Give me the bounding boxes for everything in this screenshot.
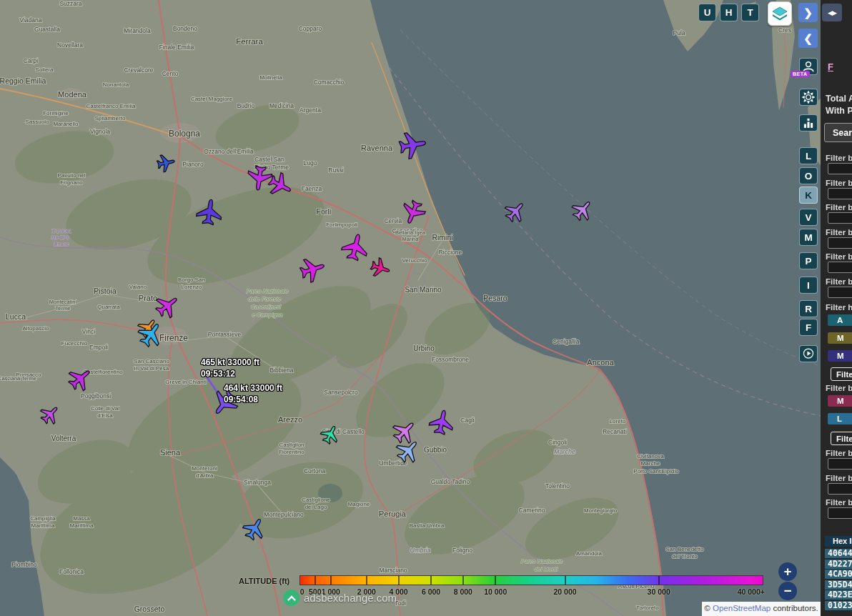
legend-divider [495, 576, 496, 585]
layers-button[interactable] [768, 1, 792, 26]
filter-input[interactable] [828, 188, 852, 199]
hex-id-row[interactable]: 01023D [825, 601, 852, 610]
pan-left-button[interactable]: ❮ [798, 29, 818, 48]
aircraft-icon[interactable] [369, 257, 392, 279]
map-button-i[interactable]: I [799, 277, 818, 294]
map-button-p[interactable]: P [799, 252, 818, 269]
map-button-l[interactable]: L [799, 147, 818, 164]
adsbexchange-link[interactable]: adsbexchange.com [304, 592, 397, 604]
map-place-label: Borgo San [178, 277, 205, 283]
replay-button[interactable] [799, 345, 818, 362]
aircraft-icon[interactable] [340, 232, 371, 262]
with-positions-label: With P [826, 106, 852, 116]
map-button-u[interactable]: U [698, 4, 716, 21]
adsb-attribution[interactable]: adsbexchange.com [283, 590, 397, 606]
map-place-label: Greve in Chianti [165, 379, 207, 385]
map-place-label: Guastalla [34, 26, 60, 33]
hex-id-row[interactable]: 406442 [825, 549, 852, 558]
legend-divider [658, 576, 660, 585]
map-place-label: Cres [778, 26, 791, 34]
map-place-label: Ozzano dell'Emilia [204, 148, 254, 155]
map-svg: BolognaFerraraModenaReggio EmiliaRavenna… [0, 0, 821, 616]
aircraft-icon[interactable] [64, 363, 96, 394]
filter-action-button[interactable]: Filter [831, 367, 852, 381]
map-place-label: Monteroni [192, 465, 217, 472]
map-place-label: Pianoro [182, 161, 204, 168]
filter-label: Filter b [826, 252, 852, 261]
filter-label: Filter b [826, 498, 852, 507]
legend-divider [366, 576, 367, 585]
sidebar-expand-button[interactable]: ◀▶ [822, 4, 842, 21]
map-place-label: Civitanova [637, 453, 664, 459]
map-place-label: Argenta [299, 106, 321, 114]
sidebar-top-link[interactable]: F [828, 61, 833, 72]
beta-badge: BETA [791, 71, 810, 77]
filter-toggle-button[interactable]: A [828, 314, 852, 326]
filter-toggle-button[interactable]: M [828, 332, 852, 344]
map-place-label: Lugo [304, 159, 317, 167]
hex-id-row[interactable]: 4D23E3 [825, 590, 852, 600]
map-place-label: Piombino [11, 561, 37, 568]
map-place-label: Quarrata [97, 304, 120, 310]
map-button-o[interactable]: O [799, 167, 818, 184]
aircraft-icon[interactable] [156, 153, 176, 173]
openstreetmap-link[interactable]: OpenStreetMap [713, 604, 771, 612]
map-place-label: Montepulciano [264, 511, 304, 518]
map-place-label: Tortoreto [636, 605, 659, 611]
map-place-label: Sinalunga [244, 479, 271, 486]
map-canvas[interactable]: BolognaFerraraModenaReggio EmiliaRavenna… [0, 0, 821, 616]
map-button-m[interactable]: M [799, 229, 818, 246]
map-button-f[interactable]: F [799, 319, 818, 336]
filter-label: Filter b [826, 228, 852, 237]
stats-button[interactable] [799, 114, 818, 131]
map-place-label: Parco Nazionale [247, 288, 289, 294]
filter-toggle-button[interactable]: M [828, 350, 852, 362]
map-place-label: San Marino [405, 286, 442, 294]
filter-input[interactable] [828, 483, 852, 495]
map-place-label: e Campigna [252, 312, 283, 318]
altitude-legend-bar: 05001 0002 0004 0006 0008 00010 00020 00… [299, 575, 763, 585]
map-place-label: Finale Emilia [159, 44, 194, 51]
map-place-label: Bellaria-Igea [395, 229, 426, 236]
settings-button[interactable] [799, 89, 818, 106]
map-place-label: Prato [139, 294, 157, 302]
bar-chart-icon [801, 116, 816, 130]
aircraft-icon[interactable] [398, 198, 427, 227]
map-place-label: Modena [58, 90, 87, 99]
map-button-v[interactable]: V [799, 209, 818, 226]
zoom-out-button[interactable]: − [778, 582, 797, 600]
map-place-label: Fossombrone [432, 356, 469, 363]
filter-input[interactable] [828, 507, 852, 519]
filter-input[interactable] [828, 163, 852, 174]
aircraft-icon[interactable] [428, 408, 456, 436]
search-button[interactable]: Sear [824, 123, 852, 142]
zoom-in-button[interactable]: + [778, 562, 797, 581]
map-button-t[interactable]: T [741, 4, 759, 21]
total-aircraft-label: Total A [826, 94, 852, 104]
map-button-r[interactable]: R [799, 300, 818, 317]
hex-id-column-header: Hex ID [825, 536, 852, 547]
map-place-label: Castelfranco Emilia [86, 103, 136, 109]
map-place-label: Marsciano [379, 567, 407, 574]
map-button-k[interactable]: K [799, 187, 818, 204]
hex-id-row[interactable]: 4D227F [825, 560, 852, 569]
pan-right-button[interactable]: ❯ [798, 3, 818, 22]
filter-toggle-button[interactable]: M [828, 395, 852, 407]
aircraft-icon[interactable] [298, 254, 328, 284]
hex-id-row[interactable]: 3D5D4B [825, 580, 852, 590]
filter-input[interactable] [828, 262, 852, 273]
hex-id-row[interactable]: 4CA90A [825, 570, 852, 579]
filter-input[interactable] [828, 287, 852, 298]
map-place-label: Lucca [6, 312, 26, 321]
aircraft-icon[interactable] [37, 402, 63, 427]
filter-action-button[interactable]: Filter [831, 432, 852, 445]
map-button-h[interactable]: H [720, 4, 738, 21]
map-place-label: Viadana [19, 16, 41, 24]
map-place-label: Poggibonsi [81, 392, 111, 399]
filter-toggle-button[interactable]: L [828, 413, 852, 424]
filter-input[interactable] [828, 212, 852, 224]
map-place-label: Marche [641, 460, 660, 467]
filter-input[interactable] [828, 237, 852, 249]
osm-contributors-text: contributors. [771, 604, 818, 612]
filter-input[interactable] [828, 458, 852, 470]
